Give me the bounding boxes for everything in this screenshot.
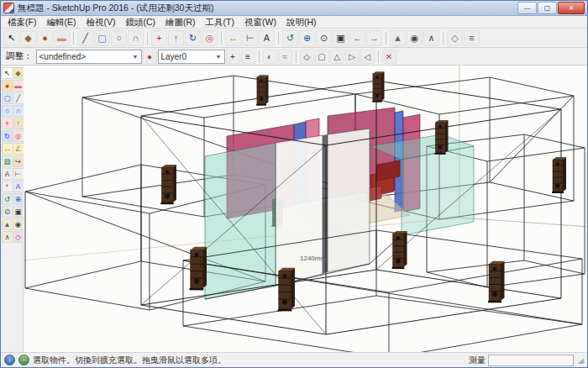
- minimize-button[interactable]: —: [517, 2, 537, 14]
- zoom-icon[interactable]: ⊙: [2, 206, 13, 218]
- menu-edit[interactable]: 編輯(E): [41, 16, 81, 28]
- 3d-text-icon[interactable]: A: [13, 181, 24, 192]
- arc-icon[interactable]: ∩: [13, 105, 24, 117]
- make-component-icon[interactable]: ◆: [13, 67, 24, 79]
- line-icon[interactable]: ╱: [13, 92, 24, 104]
- dimension-icon[interactable]: ⊢: [13, 168, 24, 180]
- rectangle-icon[interactable]: ▢: [94, 30, 110, 46]
- select-icon[interactable]: ↖: [2, 67, 13, 79]
- pan-icon[interactable]: ⊕: [13, 193, 24, 205]
- eraser-icon[interactable]: ▬: [54, 30, 70, 46]
- speaker[interactable]: [160, 165, 176, 204]
- section-plane-icon[interactable]: ◇: [447, 30, 463, 46]
- paint-bucket-icon[interactable]: ●: [37, 30, 53, 46]
- dimension-icon[interactable]: ⊢: [242, 30, 258, 46]
- previous-view-icon[interactable]: ←: [349, 30, 365, 46]
- position-camera-icon[interactable]: ▲: [2, 218, 13, 230]
- make-component-icon[interactable]: ◆: [20, 30, 36, 46]
- layer-manager-icon[interactable]: ≡: [241, 50, 255, 64]
- speaker[interactable]: [392, 231, 407, 269]
- measurement-input[interactable]: [488, 355, 574, 366]
- follow-me-icon[interactable]: ↪: [13, 155, 24, 167]
- eraser-icon[interactable]: ▬: [13, 80, 24, 92]
- rotate-icon[interactable]: ↻: [2, 130, 13, 142]
- fog-icon[interactable]: ≈: [278, 50, 292, 64]
- text-icon[interactable]: A: [259, 30, 275, 46]
- view-back-icon[interactable]: ◁: [360, 50, 375, 64]
- paint-bucket-icon[interactable]: ●: [143, 50, 157, 64]
- orbit-icon[interactable]: ↺: [2, 193, 13, 205]
- menu-help[interactable]: 說明(H): [281, 16, 322, 28]
- toolbar-separator: [259, 50, 260, 63]
- next-view-icon[interactable]: →: [366, 30, 382, 46]
- rotate-icon[interactable]: ↻: [185, 30, 201, 46]
- 3d-viewport-canvas[interactable]: 1240mm: [24, 66, 587, 352]
- view-iso-icon[interactable]: ◇: [300, 50, 314, 64]
- menu-tools[interactable]: 工具(T): [201, 16, 239, 28]
- tape-measure-icon[interactable]: ↔: [225, 30, 241, 46]
- menu-file[interactable]: 檔案(F): [3, 16, 41, 28]
- line-icon[interactable]: ╱: [77, 30, 93, 46]
- speaker[interactable]: [372, 71, 384, 103]
- resize-grip-icon[interactable]: ◢: [578, 356, 584, 365]
- position-camera-icon[interactable]: ▲: [390, 30, 406, 46]
- axes-icon[interactable]: *: [2, 181, 13, 192]
- scale-icon[interactable]: ▨: [2, 155, 13, 167]
- white-wall[interactable]: [276, 135, 323, 286]
- teal-glass-wall[interactable]: [205, 143, 276, 299]
- speaker[interactable]: [256, 75, 268, 106]
- menu-camera[interactable]: 鏡頭(C): [120, 16, 160, 28]
- teal-glass-wall[interactable]: [402, 146, 474, 235]
- menu-window[interactable]: 視窗(W): [239, 16, 281, 28]
- speaker[interactable]: [552, 157, 566, 193]
- move-icon[interactable]: +: [2, 118, 13, 129]
- move-icon[interactable]: +: [151, 30, 167, 46]
- geolocation-icon[interactable]: ◦: [18, 355, 29, 365]
- tape-measure-icon[interactable]: ↔: [2, 143, 13, 155]
- adjust-dropdown[interactable]: <undefined> ▼: [36, 50, 142, 64]
- offset-icon[interactable]: ◎: [202, 30, 218, 46]
- view-right-icon[interactable]: ▷: [345, 50, 360, 64]
- delete-layer-icon[interactable]: ✕: [382, 50, 396, 64]
- maximize-button[interactable]: ▢: [538, 2, 557, 14]
- circle-icon[interactable]: ○: [2, 105, 13, 117]
- walk-icon[interactable]: ∧: [423, 30, 439, 46]
- look-around-icon[interactable]: ◉: [13, 218, 24, 230]
- speaker[interactable]: [190, 247, 207, 291]
- speaker[interactable]: [434, 120, 448, 155]
- zoom-extents-icon[interactable]: ▣: [333, 30, 349, 46]
- menu-view[interactable]: 檢視(V): [81, 16, 120, 28]
- model-info-icon[interactable]: ≡: [464, 30, 480, 46]
- info-icon[interactable]: i: [4, 355, 15, 365]
- rectangle-icon[interactable]: ▢: [2, 92, 13, 104]
- menu-draw[interactable]: 繪圖(R): [160, 16, 201, 28]
- view-front-icon[interactable]: △: [330, 50, 344, 64]
- dimension-label: 1240mm: [300, 255, 326, 262]
- push-pull-icon[interactable]: ↑: [168, 30, 184, 46]
- paint-bucket-icon[interactable]: ●: [2, 80, 13, 92]
- shadows-icon[interactable]: ◐: [263, 50, 277, 64]
- zoom-extents-icon[interactable]: ▣: [13, 206, 24, 218]
- speaker[interactable]: [488, 261, 505, 302]
- zoom-icon[interactable]: ⊙: [316, 30, 332, 46]
- arc-icon[interactable]: ∩: [128, 30, 144, 46]
- walk-icon[interactable]: ∧: [2, 231, 13, 243]
- 3d-viewport[interactable]: 1240mm: [24, 66, 587, 352]
- circle-icon[interactable]: ○: [111, 30, 127, 46]
- offset-icon[interactable]: ◎: [13, 130, 24, 142]
- orbit-icon[interactable]: ↺: [282, 30, 298, 46]
- look-around-icon[interactable]: ◉: [407, 30, 423, 46]
- select-icon[interactable]: ↖: [3, 30, 19, 46]
- speaker[interactable]: [278, 268, 295, 312]
- close-button[interactable]: ✕: [558, 2, 585, 14]
- view-top-icon[interactable]: ▢: [315, 50, 329, 64]
- protractor-icon[interactable]: ∠: [13, 143, 24, 155]
- text-icon[interactable]: A: [2, 168, 13, 180]
- window-title: 無標題 - SketchUp Pro 2016 - (试用还剩30天过期): [18, 3, 213, 14]
- layer-add-icon[interactable]: +: [226, 50, 240, 64]
- section-plane-icon[interactable]: ◇: [13, 231, 24, 243]
- push-pull-icon[interactable]: ↑: [13, 118, 24, 129]
- layer-dropdown[interactable]: Layer0 ▼: [158, 50, 225, 64]
- white-wall[interactable]: [328, 129, 370, 272]
- pan-icon[interactable]: ⊕: [299, 30, 315, 46]
